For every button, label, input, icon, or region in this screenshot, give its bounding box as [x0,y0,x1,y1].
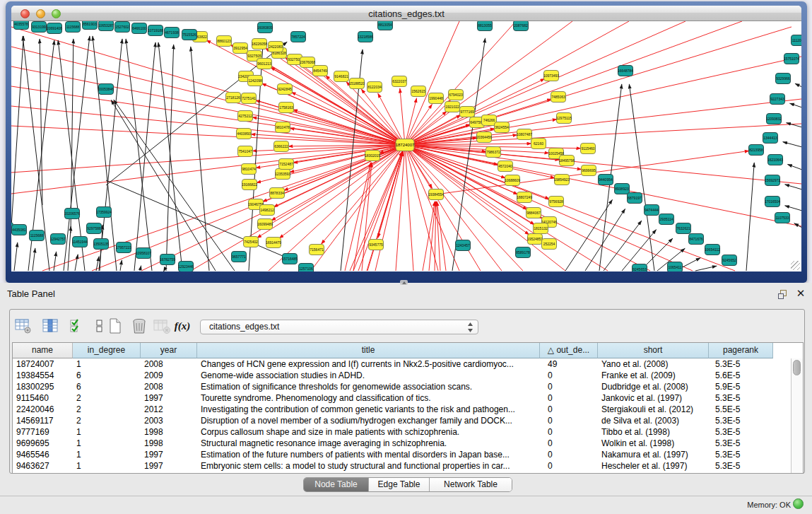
graph-node[interactable]: 1112043 [792,35,802,46]
table-row[interactable]: 977716911998Corpus callosum shape and si… [13,426,773,438]
graph-node[interactable]: 20053846 [98,84,114,95]
graph-node[interactable]: 62160 [531,139,546,149]
graph-node[interactable]: 19166822 [242,180,257,190]
graph-node[interactable]: 10653287 [98,21,114,31]
graph-node[interactable]: 4035578 [14,21,29,30]
graph-node[interactable]: 8213958 [749,145,764,156]
graph-node[interactable]: 8938923 [615,184,630,194]
graph-node[interactable]: 7425402 [244,237,259,247]
graph-node[interactable]: 1758163 [279,103,294,113]
graph-node[interactable]: 10719188 [148,25,163,36]
graph-node[interactable]: 9245652 [722,255,737,266]
citation-network-graph[interactable]: 7463822 8860123 3912954 18226058 9327505… [11,21,801,271]
graph-node[interactable]: 12975115 [556,113,572,124]
graph-node[interactable]: 18807249 [517,192,532,203]
graph-hub-node[interactable]: 18724007 [396,139,415,151]
graph-node[interactable]: 9884067 [526,208,541,218]
graph-node[interactable]: 1498212 [260,205,275,216]
graph-node[interactable]: 9313199 [32,22,47,33]
graph-node[interactable]: 4572040 [498,161,513,172]
column-header-year[interactable]: year [141,343,197,358]
graph-node[interactable]: 1921022 [445,102,460,112]
graph-node[interactable]: 10654112 [705,245,720,255]
column-header-out_de[interactable]: △ out_de... [540,343,598,358]
graph-node[interactable]: 13505135 [93,239,109,250]
graph-node[interactable]: 6366222 [274,141,289,152]
graph-node[interactable]: 3624554 [495,122,510,133]
graph-node[interactable]: 9440954 [599,175,613,185]
show-column-button[interactable] [41,317,59,335]
graph-node[interactable]: 16914479 [266,238,281,248]
graph-node[interactable]: 16099489 [257,219,273,230]
memory-status-indicator[interactable] [793,498,804,509]
graph-node[interactable]: 7986372 [486,147,501,158]
graph-node[interactable]: 7857224 [291,32,306,42]
graph-node[interactable]: 10688609 [505,175,520,186]
table-row[interactable]: 2242004622012Investigating the contribut… [13,404,773,415]
graph-node[interactable]: 9699695 [582,165,596,176]
graph-node[interactable]: 8813055 [478,21,493,31]
graph-node[interactable]: 15188520 [349,78,365,89]
graph-node[interactable]: 1527602 [115,22,130,33]
graph-node[interactable]: 9756928 [549,197,564,207]
graph-node[interactable]: 4403893 [237,129,252,139]
splitter-handle[interactable] [400,280,408,285]
graph-node[interactable]: 4671938 [165,28,180,38]
graph-node[interactable]: 7541047 [238,146,253,157]
delete-button[interactable] [130,317,148,335]
graph-node[interactable]: 9601213 [257,59,272,69]
table-row[interactable]: 1938455462009Genome-wide association stu… [13,370,773,381]
graph-node[interactable]: 9345775 [369,240,384,250]
column-header-in_degree[interactable]: in_degree [73,343,141,358]
graph-node[interactable]: 2422083 [269,42,283,52]
graph-node[interactable]: 7515526 [182,30,197,40]
graph-node[interactable]: 1990448 [429,93,444,104]
function-builder-button[interactable]: f(x) [173,317,192,335]
vertical-scrollbar[interactable] [791,358,803,474]
graph-node[interactable]: 20364456 [476,132,492,143]
graph-node[interactable]: 9297588 [87,223,102,234]
graph-node[interactable]: 7152487 [279,159,294,170]
graph-node[interactable]: 15751074 [784,54,799,64]
new-table-button[interactable] [106,317,124,335]
graph-node[interactable]: 1107533 [775,213,790,223]
graph-node[interactable]: 8454749 [313,66,328,76]
graph-node[interactable]: 10958107 [136,248,151,259]
graph-node[interactable]: 16782759 [160,255,175,265]
graph-node[interactable]: 3912954 [233,43,248,54]
tab-edge-table[interactable]: Edge Table [369,478,430,491]
graph-node[interactable]: 15692971 [765,175,780,186]
graph-node[interactable]: 1242098 [248,76,263,86]
scrollbar-thumb[interactable] [793,360,801,375]
network-canvas[interactable]: 7463822 8860123 3912954 18226058 9327505… [11,21,801,271]
graph-node[interactable]: 10973493 [543,71,559,81]
graph-node[interactable]: 15716485 [282,254,298,264]
graph-node[interactable]: 16083839 [257,23,273,33]
graph-node[interactable]: 16210643 [767,155,783,165]
graph-node[interactable]: 8122034 [367,82,382,93]
graph-node[interactable]: 8471676 [689,234,704,245]
column-header-title[interactable]: title [197,343,540,358]
graph-node[interactable]: 17016504 [765,197,780,207]
graph-node[interactable]: 1562615 [411,86,426,97]
graph-node[interactable]: 8589178 [516,247,531,258]
graph-node[interactable]: 2718126 [226,93,241,103]
column-header-pagerank[interactable]: pagerank [709,343,773,358]
graph-node[interactable]: 19854923 [554,175,570,185]
graph-node[interactable]: 7275141 [242,93,257,104]
column-header-name[interactable]: name [13,343,73,358]
graph-node[interactable]: 9810478 [276,122,290,133]
graph-node[interactable]: 6466100 [132,23,147,34]
graph-node[interactable]: 2087682 [514,21,529,31]
graph-node[interactable]: 9146821 [334,71,349,82]
graph-node[interactable]: 7632621 [676,223,691,234]
graph-node[interactable]: 9777169 [460,107,475,117]
graph-node[interactable]: 12923446 [178,262,194,272]
graph-node[interactable]: 18226058 [252,39,267,49]
graph-node[interactable]: 1115688 [66,22,81,33]
graph-node[interactable]: 1344413 [763,133,778,144]
graph-node[interactable]: 9227343 [770,94,785,105]
graph-node[interactable]: 12942757 [50,234,66,245]
graph-node[interactable]: 20206576 [64,209,80,219]
resize-grip[interactable] [791,261,800,270]
